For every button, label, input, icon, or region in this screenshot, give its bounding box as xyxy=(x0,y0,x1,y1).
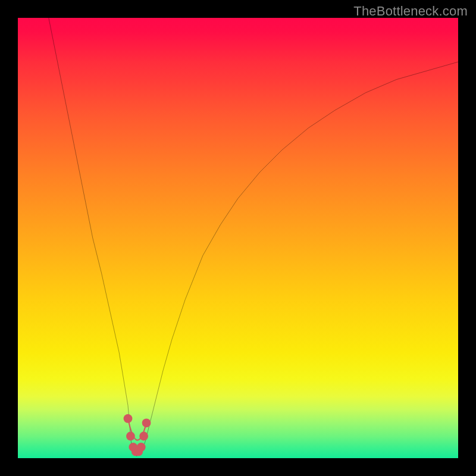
plot-area xyxy=(18,18,458,458)
min-markers xyxy=(124,414,151,456)
chart-frame: TheBottleneck.com xyxy=(0,0,476,476)
svg-point-5 xyxy=(137,443,146,452)
bottleneck-curve xyxy=(49,18,458,456)
watermark-text: TheBottleneck.com xyxy=(353,4,468,19)
curve-layer xyxy=(18,18,458,458)
